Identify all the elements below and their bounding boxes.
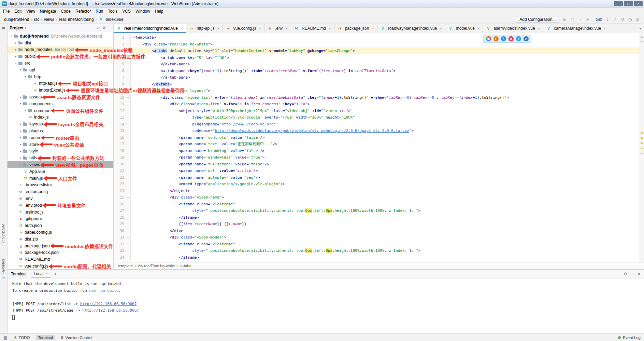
project-tree-item-style[interactable]: ▸style <box>8 148 113 155</box>
tab-close-icon[interactable]: ✕ <box>477 27 480 30</box>
tab-close-icon[interactable]: ✕ <box>371 27 374 30</box>
project-tree-item-babel.config.js[interactable]: JSbabel.config.js <box>8 229 113 236</box>
structure-toolwindow-button[interactable]: 7: Structure <box>1 224 5 243</box>
project-tree-item-nodemodules[interactable]: ▸node_moduleslibrary rootnode_modules依赖 <box>8 46 113 53</box>
project-tree-item-utils[interactable]: ▸utils封装的一些公共函数方法 <box>8 154 113 161</box>
chevron-open-icon[interactable]: ▾ <box>9 35 13 38</box>
menu-edit[interactable]: Edit <box>12 8 24 15</box>
project-tree-item-README.md[interactable]: MREADME.md <box>8 256 113 263</box>
commit-icon[interactable]: ✓ <box>612 17 618 22</box>
project-tree-item-.env.prod[interactable]: ⚙.env.prod环境变量文件 <box>8 202 113 209</box>
breadcrumb-item[interactable]: realTimeMonitoring <box>58 17 94 22</box>
project-tree-item-auth.json[interactable]: {}auth.json <box>8 222 113 229</box>
menu-help[interactable]: Help <box>153 8 166 15</box>
tab-close-icon[interactable]: ✕ <box>180 27 183 30</box>
chevron-closed-icon[interactable]: ▸ <box>23 109 28 112</box>
coverage-icon[interactable]: ◔ <box>577 17 583 22</box>
project-tree-item-http-api.js[interactable]: JShttp-api.js项目相关api接口 <box>8 80 113 87</box>
maximize-window-button[interactable]: □ <box>624 1 633 6</box>
project-tree-item-main.js[interactable]: JSmain.js入口文件 <box>8 175 113 182</box>
chevron-closed-icon[interactable]: ▸ <box>18 136 23 139</box>
menu-run[interactable]: Run <box>93 8 105 15</box>
chevron-open-icon[interactable]: ▾ <box>14 62 18 65</box>
close-icon[interactable]: ✕ <box>45 272 48 275</box>
breadcrumb-item[interactable]: src <box>33 17 40 22</box>
project-tree-item-dist.zip[interactable]: ⧈dist.zip <box>8 236 113 243</box>
menu-navigate[interactable]: Navigate <box>38 8 58 15</box>
project-tree-item-views[interactable]: ▸viewsview视图、pages页面 <box>8 161 113 168</box>
chevron-closed-icon[interactable]: ▸ <box>18 96 23 99</box>
project-tree-item-store[interactable]: ▸storevuex公共资源 <box>8 141 113 148</box>
chevron-closed-icon[interactable]: ▸ <box>18 156 23 160</box>
tab-close-icon[interactable]: ✕ <box>328 27 331 30</box>
tabs-list-icon[interactable]: ▾ <box>639 26 641 31</box>
project-tree-item-src[interactable]: ▾src <box>8 60 113 67</box>
tab-close-icon[interactable]: ✕ <box>258 27 261 30</box>
chevron-closed-icon[interactable]: ▸ <box>14 48 18 51</box>
project-tree-item-.gitignore[interactable]: ◆.gitignore <box>8 216 113 222</box>
editor-tab-README.md[interactable]: MREADME.md✕ <box>291 24 334 33</box>
tab-close-icon[interactable]: ✕ <box>439 27 442 30</box>
editor-tab-package.json[interactable]: {}package.json✕ <box>334 24 377 33</box>
toolwindow-toggler-icon[interactable]: ▦ <box>3 335 7 340</box>
editor-tab-vue.config.js[interactable]: JSvue.config.js✕ <box>223 24 264 33</box>
project-tree-item-layouts[interactable]: ▸layoutslayouts全局布局相关 <box>8 121 113 127</box>
statusbar-terminal[interactable]: Terminal <box>36 335 54 340</box>
chevron-down-icon[interactable]: ▾ <box>25 26 27 30</box>
debug-icon[interactable]: ⬡ <box>569 17 575 22</box>
new-terminal-button[interactable]: + <box>54 271 57 276</box>
close-window-button[interactable]: ✕ <box>634 1 643 6</box>
revert-icon[interactable]: ↺ <box>619 17 626 22</box>
editor-tab-http-api.js[interactable]: JShttp-api.js✕ <box>186 24 223 33</box>
firefox-browser-icon[interactable]: F <box>493 36 499 41</box>
chevron-closed-icon[interactable]: ▸ <box>14 55 18 58</box>
project-tree-item-components[interactable]: ▾components <box>8 100 113 107</box>
fold-marker[interactable]: − <box>126 234 131 241</box>
project-tree-item-index.js[interactable]: JSindex.js <box>8 114 113 121</box>
menu-file[interactable]: File <box>1 8 12 15</box>
chevron-closed-icon[interactable]: ▸ <box>18 163 23 166</box>
chevron-closed-icon[interactable]: ▸ <box>18 150 23 153</box>
tab-close-icon[interactable]: ✕ <box>538 27 540 30</box>
opera-browser-icon[interactable]: O <box>509 36 514 41</box>
project-tree-item-vue.config.js[interactable]: JSvue.config.jsconfig配置、代理相关 <box>8 263 113 270</box>
project-tree-item-api[interactable]: ▾api <box>8 67 113 73</box>
update-project-icon[interactable]: ↓ <box>604 17 611 22</box>
locate-icon[interactable]: ⊕ <box>97 26 100 30</box>
tab-close-icon[interactable]: ✕ <box>603 27 606 30</box>
edge-browser-icon[interactable]: e <box>524 36 529 41</box>
breadcrumb-item[interactable]: views <box>43 17 55 22</box>
favorites-toolwindow-button[interactable]: 2: Favorites <box>1 259 5 278</box>
project-tree-item-duoji-frontend[interactable]: ▾duoji-frontendD:\zheheWeb\duoji-fronten… <box>8 33 113 40</box>
chevron-open-icon[interactable]: ▾ <box>23 75 28 78</box>
minimize-window-button[interactable]: ─ <box>614 1 623 6</box>
terminal-link[interactable]: http://192.168.66.56:9007 <box>82 308 139 313</box>
project-tree-item-importExcel.js[interactable]: JSimportExcel.js暴露环境变量地址给图片or视频资源路径变量引用 <box>8 87 113 94</box>
project-panel-title[interactable]: Project <box>10 26 24 30</box>
terminal-minimize-icon[interactable]: ─ <box>631 272 634 276</box>
menu-window[interactable]: Window <box>133 8 153 15</box>
event-log-button[interactable]: Event Log <box>623 336 641 340</box>
editor-tab-model.vue[interactable]: Vmodel.vue✕ <box>445 24 483 33</box>
editor-tab-.env[interactable]: ⚙.env✕ <box>264 24 291 33</box>
chevron-closed-icon[interactable]: ▸ <box>18 129 23 133</box>
project-toolwindow-icon[interactable]: ▤ <box>0 24 7 30</box>
chevron-open-icon[interactable]: ▾ <box>18 102 23 105</box>
chevron-closed-icon[interactable]: ▸ <box>14 41 18 44</box>
breadcrumb-node[interactable]: a-tabs <box>180 264 191 268</box>
fold-marker[interactable]: − <box>126 108 131 114</box>
terminal-settings-icon[interactable]: ⚙ <box>624 272 628 276</box>
project-tree-item-common[interactable]: ▸common页面公共组件文件 <box>8 107 113 114</box>
project-tree-item-public[interactable]: ▸publicpublic资源文件夹，一般放引用的第三方插件 <box>8 53 113 60</box>
history-icon[interactable]: ◷ <box>627 17 633 22</box>
fold-marker[interactable]: − <box>126 201 131 208</box>
stop-icon[interactable]: ■ <box>584 17 590 22</box>
project-tree-item-router[interactable]: ▸routerrouter路由 <box>8 134 113 141</box>
project-tree-item-.browserslistrc[interactable]: ≡.browserslistrc <box>8 182 113 189</box>
project-tree-item-assets[interactable]: ▸assetsassets静态资源文件 <box>8 94 113 100</box>
terminal-tab-local[interactable]: Local ✕ <box>31 271 51 277</box>
hide-icon[interactable]: ─ <box>109 26 111 30</box>
breadcrumb-node[interactable]: div.realTime.bg-white <box>138 264 175 268</box>
tab-close-icon[interactable]: ✕ <box>217 27 219 30</box>
editor-tab-roadwayManageindex.vue[interactable]: VroadwayManage\index.vue✕ <box>377 24 445 33</box>
